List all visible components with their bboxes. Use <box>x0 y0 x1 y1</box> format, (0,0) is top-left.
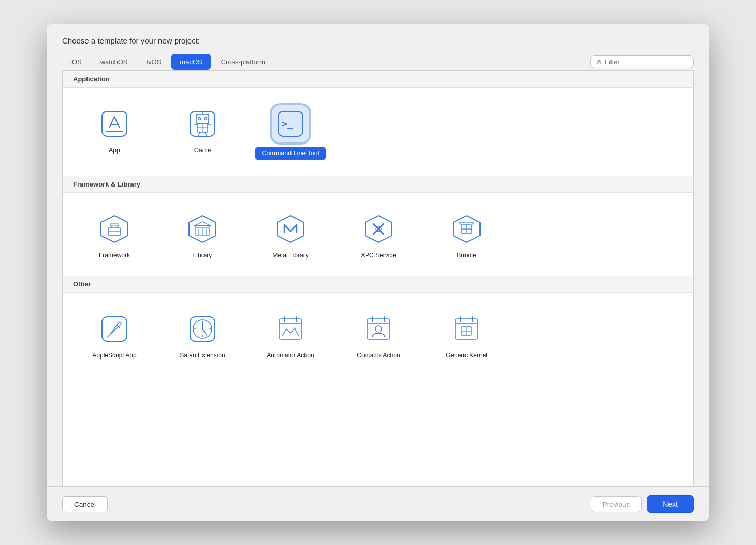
game-icon <box>187 108 218 139</box>
app-icon <box>99 108 130 139</box>
new-project-dialog: Choose a template for your new project: … <box>47 24 709 521</box>
template-item-generic-kernel[interactable]: Generic Kernel <box>425 303 508 365</box>
tabs-bar: iOS watchOS tvOS macOS Cross-platform ⊜ <box>47 54 709 70</box>
template-item-automator-action[interactable]: Automator Action <box>249 303 332 365</box>
dialog-header: Choose a template for your new project: <box>47 24 709 54</box>
svg-point-8 <box>202 111 203 113</box>
svg-point-61 <box>375 326 382 332</box>
metal-label: Metal Library <box>272 252 308 260</box>
tab-macos[interactable]: macOS <box>171 54 210 70</box>
applescript-label: AppleScript App <box>92 352 136 360</box>
safari-icon <box>187 313 218 345</box>
tab-tvos[interactable]: tvOS <box>138 54 169 70</box>
template-item-metal-library[interactable]: Metal Library <box>249 203 332 265</box>
kernel-icon <box>451 313 482 345</box>
safari-label: Safari Extension <box>180 352 225 360</box>
svg-marker-31 <box>277 216 304 242</box>
framework-icon-wrap <box>96 210 133 248</box>
section-header-application: Application <box>63 71 693 88</box>
contacts-icon-wrap <box>360 310 397 348</box>
framework-icon <box>99 213 130 245</box>
svg-line-40 <box>459 223 461 225</box>
footer-right: Previous Next <box>591 495 694 513</box>
svg-rect-23 <box>110 224 119 226</box>
template-item-safari-extension[interactable]: Safari Extension <box>161 303 244 365</box>
previous-button[interactable]: Previous <box>591 496 642 512</box>
kernel-icon-wrap <box>448 310 485 348</box>
automator-icon-wrap <box>272 310 309 348</box>
library-icon <box>187 213 218 245</box>
filter-box[interactable]: ⊜ <box>590 55 694 68</box>
tab-ios[interactable]: iOS <box>62 54 90 70</box>
bundle-icon-wrap <box>448 210 485 248</box>
xpc-icon-wrap <box>360 210 397 248</box>
svg-text:>_: >_ <box>282 118 293 129</box>
other-grid: AppleScript App <box>63 293 693 376</box>
template-item-applescript-app[interactable]: AppleScript App <box>73 303 156 365</box>
kernel-label: Generic Kernel <box>446 352 487 360</box>
applescript-icon <box>99 313 130 345</box>
template-item-library[interactable]: Library <box>161 203 244 265</box>
bundle-label: Bundle <box>457 252 476 260</box>
tab-watchos[interactable]: watchOS <box>92 54 136 70</box>
app-label: App <box>109 147 120 155</box>
framework-grid: Framework Lib <box>63 193 693 276</box>
filter-input[interactable] <box>605 58 688 66</box>
svg-point-5 <box>198 118 201 120</box>
template-content-area[interactable]: Application App <box>62 70 694 486</box>
cmd-label: Command Line Tool <box>255 147 327 160</box>
contacts-icon <box>363 313 394 345</box>
automator-label: Automator Action <box>267 352 314 360</box>
tab-cross-platform[interactable]: Cross-platform <box>213 54 273 70</box>
svg-rect-19 <box>108 228 121 235</box>
automator-icon <box>275 313 306 345</box>
template-item-app[interactable]: App <box>73 98 156 165</box>
safari-icon-wrap <box>184 310 221 348</box>
cancel-button[interactable]: Cancel <box>62 496 108 512</box>
template-item-contacts-action[interactable]: Contacts Action <box>337 303 420 365</box>
svg-line-13 <box>205 132 207 136</box>
next-button[interactable]: Next <box>647 495 694 513</box>
game-icon-wrap <box>184 105 221 142</box>
template-item-command-line-tool[interactable]: >_ Command Line Tool <box>249 98 332 165</box>
metal-icon <box>275 213 306 245</box>
template-item-xpc-service[interactable]: XPC Service <box>337 203 420 265</box>
dialog-footer: Cancel Previous Next <box>47 486 709 521</box>
section-header-other: Other <box>63 276 693 293</box>
svg-line-48 <box>202 329 207 335</box>
bundle-icon <box>451 213 482 245</box>
filter-icon: ⊜ <box>596 58 602 66</box>
framework-label: Framework <box>99 252 130 260</box>
metal-icon-wrap <box>272 210 309 248</box>
section-header-framework: Framework & Library <box>63 176 693 193</box>
game-label: Game <box>194 147 211 155</box>
svg-rect-0 <box>102 111 127 136</box>
contacts-label: Contacts Action <box>357 352 400 360</box>
app-icon-wrap <box>96 105 133 142</box>
application-grid: App <box>63 88 693 176</box>
template-item-game[interactable]: Game <box>161 98 244 165</box>
library-label: Library <box>193 252 212 260</box>
svg-marker-30 <box>194 222 211 226</box>
library-icon-wrap <box>184 210 221 248</box>
template-item-bundle[interactable]: Bundle <box>425 203 508 265</box>
svg-line-12 <box>198 132 200 136</box>
svg-rect-57 <box>367 319 390 339</box>
xpc-icon <box>363 213 394 245</box>
dialog-title: Choose a template for your new project: <box>62 36 200 45</box>
xpc-label: XPC Service <box>361 252 396 260</box>
svg-point-6 <box>205 118 207 120</box>
svg-line-41 <box>472 223 474 225</box>
svg-marker-18 <box>101 216 128 242</box>
applescript-icon-wrap <box>96 310 133 348</box>
cmd-icon-wrap: >_ <box>272 105 309 142</box>
template-item-framework[interactable]: Framework <box>73 203 156 265</box>
cmd-icon: >_ <box>275 108 306 139</box>
